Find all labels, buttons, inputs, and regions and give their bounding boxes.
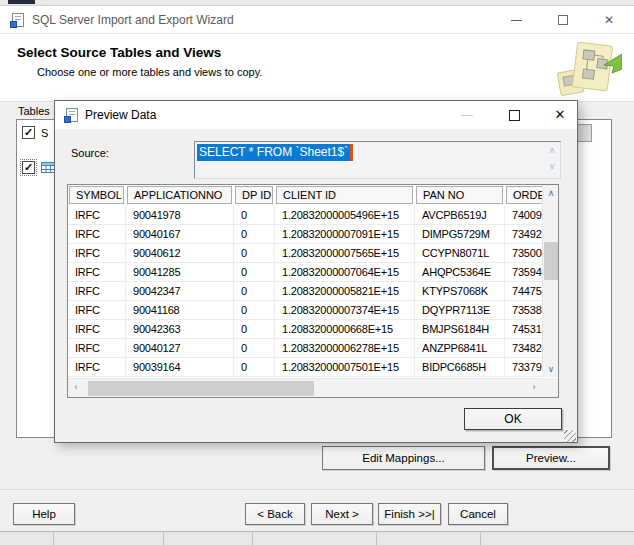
grid-cell[interactable]: IRFC	[68, 320, 126, 338]
maximize-button[interactable]	[546, 6, 580, 34]
scroll-up-icon[interactable]: ∧	[543, 188, 559, 198]
grid-row[interactable]: IRFC9004012701.20832000006278E+15ANZPP68…	[68, 339, 542, 358]
scroll-left-icon[interactable]: ‹	[68, 382, 84, 392]
grid-cell[interactable]: IRFC	[68, 339, 126, 357]
grid-row[interactable]: IRFC9003916401.20832000007501E+15BIDPC66…	[68, 358, 542, 377]
column-header[interactable]: ORDER	[506, 186, 543, 204]
grid-cell[interactable]: 90040167	[126, 225, 234, 243]
column-header-fragment[interactable]	[576, 124, 592, 142]
grid-cell[interactable]: 1.20832000007091E+15	[275, 225, 415, 243]
column-header[interactable]: PAN NO	[416, 186, 503, 204]
grid-cell[interactable]: IRFC	[68, 358, 126, 376]
grid-cell[interactable]: 90041168	[126, 301, 234, 319]
grid-cell[interactable]: IRFC	[68, 206, 126, 224]
select-all-checkbox[interactable]: ✓	[22, 126, 35, 139]
grid-cell[interactable]: 734828	[505, 339, 542, 357]
grid-cell[interactable]: IRFC	[68, 282, 126, 300]
dialog-close-button[interactable]: ✕	[543, 101, 577, 129]
dialog-maximize-button[interactable]	[497, 101, 531, 129]
source-query-textarea[interactable]: SELECT * FROM `Sheet1$` ∧ ∨	[194, 141, 561, 179]
grid-row[interactable]: IRFC9004016701.20832000007091E+15DIMPG57…	[68, 225, 542, 244]
grid-cell[interactable]: 90040612	[126, 244, 234, 262]
grid-cell[interactable]: 90042347	[126, 282, 234, 300]
grid-cell[interactable]: AHQPC5364E	[415, 263, 505, 281]
preview-button[interactable]: Preview...	[492, 446, 610, 470]
wizard-titlebar[interactable]: SQL Server Import and Export Wizard ✕	[0, 6, 634, 34]
grid-cell[interactable]: DIMPG5729M	[415, 225, 505, 243]
grid-cell[interactable]: 1.20832000005821E+15	[275, 282, 415, 300]
dialog-titlebar[interactable]: Preview Data ✕	[55, 101, 577, 129]
grid-cell[interactable]: 1.20832000007064E+15	[275, 263, 415, 281]
grid-cell[interactable]: 1.20832000006278E+15	[275, 339, 415, 357]
grid-cell[interactable]: 90041285	[126, 263, 234, 281]
grid-cell[interactable]: 745310	[505, 320, 542, 338]
finish-button[interactable]: Finish >>|	[378, 503, 441, 525]
column-header[interactable]: DP ID	[235, 186, 273, 204]
grid-row[interactable]: IRFC9004236301.2083200000668E+15BMJPS618…	[68, 320, 542, 339]
scroll-right-icon[interactable]: ›	[526, 382, 542, 392]
table-row-checkbox[interactable]: ✓	[22, 161, 35, 174]
grid-cell[interactable]: 740097	[505, 206, 542, 224]
grid-cell[interactable]: 735940	[505, 263, 542, 281]
grid-cell[interactable]: 90042363	[126, 320, 234, 338]
help-button[interactable]: Help	[13, 503, 75, 525]
grid-cell[interactable]: CCYPN8071L	[415, 244, 505, 262]
grid-cell[interactable]: ANZPP6841L	[415, 339, 505, 357]
grid-cell[interactable]: 735003	[505, 244, 542, 262]
column-header[interactable]: SYMBOL	[69, 186, 124, 204]
grid-cell[interactable]: 0	[234, 282, 275, 300]
grid-cell[interactable]: BIDPC6685H	[415, 358, 505, 376]
grid-cell[interactable]: IRFC	[68, 225, 126, 243]
grid-cell[interactable]: 0	[234, 339, 275, 357]
back-button[interactable]: < Back	[245, 503, 305, 525]
grid-cell[interactable]: 0	[234, 301, 275, 319]
cancel-button[interactable]: Cancel	[448, 503, 508, 525]
grid-row[interactable]: IRFC9004197801.20832000005496E+15AVCPB65…	[68, 206, 542, 225]
grid-cell[interactable]: 1.2083200000668E+15	[275, 320, 415, 338]
grid-cell[interactable]: IRFC	[68, 301, 126, 319]
grid-cell[interactable]: 1.20832000005496E+15	[275, 206, 415, 224]
grid-cell[interactable]: 0	[234, 244, 275, 262]
horizontal-scrollbar-thumb[interactable]	[88, 381, 314, 396]
grid-cell[interactable]: BMJPS6184H	[415, 320, 505, 338]
grid-cell[interactable]: 1.20832000007565E+15	[275, 244, 415, 262]
grid-cell[interactable]: 90040127	[126, 339, 234, 357]
ok-button[interactable]: OK	[464, 408, 562, 430]
grid-cell[interactable]: IRFC	[68, 263, 126, 281]
next-button[interactable]: Next >	[311, 503, 373, 525]
grid-cell[interactable]: DQYPR7113E	[415, 301, 505, 319]
grid-cell[interactable]: 734928	[505, 225, 542, 243]
grid-cell[interactable]: IRFC	[68, 244, 126, 262]
column-header[interactable]: APPLICATIONNO	[127, 186, 232, 204]
grid-cell[interactable]: 0	[234, 263, 275, 281]
grid-cell[interactable]: 735381	[505, 301, 542, 319]
grid-row[interactable]: IRFC9004116801.20832000007374E+15DQYPR71…	[68, 301, 542, 320]
grid-cell[interactable]: 1.20832000007374E+15	[275, 301, 415, 319]
minimize-button[interactable]	[500, 6, 534, 34]
source-column-header[interactable]: S	[41, 127, 48, 139]
grid-row[interactable]: IRFC9004128501.20832000007064E+15AHQPC53…	[68, 263, 542, 282]
grid-cell[interactable]: 0	[234, 320, 275, 338]
grid-cell[interactable]: 90041978	[126, 206, 234, 224]
grid-cell[interactable]: 0	[234, 206, 275, 224]
grid-cell[interactable]: 744751	[505, 282, 542, 300]
grid-cell[interactable]: KTYPS7068K	[415, 282, 505, 300]
grid-cell[interactable]: AVCPB6519J	[415, 206, 505, 224]
edit-mappings-button[interactable]: Edit Mappings...	[322, 446, 485, 470]
grid-cell[interactable]: 90039164	[126, 358, 234, 376]
resize-grip[interactable]	[564, 430, 576, 442]
grid-cell[interactable]: 733797	[505, 358, 542, 376]
vertical-scrollbar-thumb[interactable]	[544, 242, 558, 280]
grid-cell[interactable]: 0	[234, 358, 275, 376]
grid-cell[interactable]: 0	[234, 225, 275, 243]
grid-row[interactable]: IRFC9004061201.20832000007565E+15CCYPN80…	[68, 244, 542, 263]
horizontal-scrollbar[interactable]: ‹ ›	[68, 378, 542, 397]
column-header[interactable]: CLIENT ID	[276, 186, 413, 204]
close-button[interactable]: ✕	[592, 6, 626, 34]
scroll-down-icon[interactable]: ∨	[545, 161, 559, 171]
vertical-scrollbar[interactable]: ∧ ∨	[542, 185, 558, 377]
scroll-up-icon[interactable]: ∧	[545, 145, 559, 155]
grid-cell[interactable]: 1.20832000007501E+15	[275, 358, 415, 376]
scroll-down-icon[interactable]: ∨	[543, 364, 559, 374]
grid-row[interactable]: IRFC9004234701.20832000005821E+15KTYPS70…	[68, 282, 542, 301]
